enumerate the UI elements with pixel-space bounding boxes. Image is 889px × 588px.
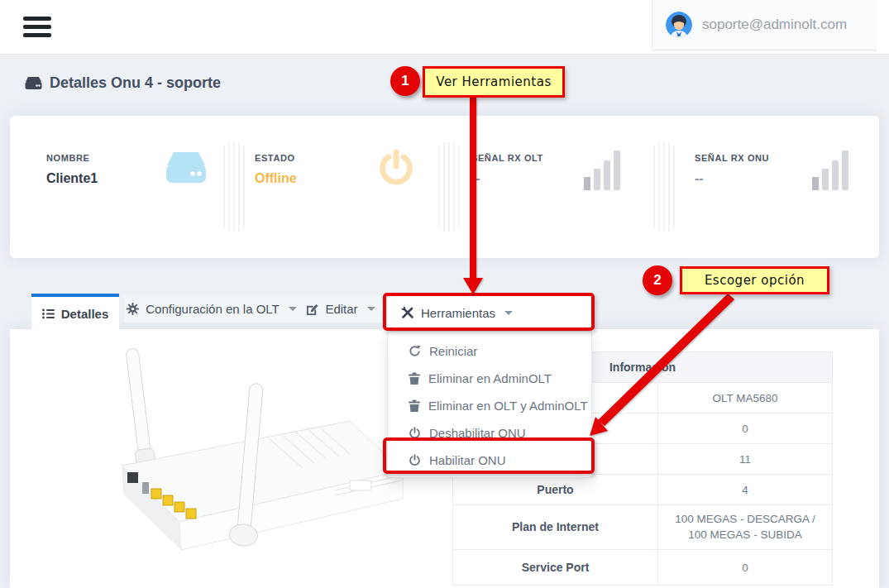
stat-estado: ESTADO Offline [255,153,297,186]
hdd-icon [165,149,207,187]
menu-item-eliminar-olt-y-adminolt[interactable]: Eliminar en OLT y AdminOLT [388,392,591,419]
chevron-down-icon [289,307,297,311]
menu-item-deshabilitar-onu[interactable]: Deshabilitar ONU [388,419,591,447]
signal-bars-icon [812,149,850,192]
menu-item-habilitar-onu[interactable]: Habilitar ONU [388,447,591,474]
top-navbar: soporte@adminolt.com [0,0,889,55]
herramientas-dropdown-menu: Reiniciar Eliminar en AdminOLT Eliminar … [387,331,592,478]
trash-icon [409,399,420,412]
onu-device-image [21,335,409,583]
page-title: Detalles Onu 4 - soporte [25,74,221,92]
power-icon [409,427,421,439]
annotation-step-1-label: Ver Herramientas [423,66,565,98]
hdd-icon [25,76,42,90]
menu-item-reiniciar[interactable]: Reiniciar [388,337,591,365]
user-menu[interactable]: soporte@adminolt.com [652,0,877,50]
chevron-down-icon [504,311,513,315]
arrow-1-head [463,278,483,294]
signal-bars-icon [584,149,622,192]
tab-detalles[interactable]: Detalles [31,294,119,331]
refresh-icon [409,345,421,357]
gear-icon [127,303,139,315]
tools-icon [401,306,414,319]
stat-senal-rx-onu: SEÑAL RX ONU -- [695,153,769,186]
hamburger-menu-icon[interactable] [23,17,51,38]
stat-nombre: NOMBRE Cliente1 [46,153,98,186]
annotation-step-2-label: Escoger opción [680,266,829,294]
edit-icon [306,303,318,315]
annotation-step-1-badge: 1 [390,66,420,96]
stat-senal-rx-olt: SEÑAL RX OLT -- [471,153,543,186]
divider [438,142,460,232]
table-row: Plan de Internet 100 MEGAS - DESCARGA / … [453,505,833,550]
power-icon [377,149,415,187]
tab-configuracion-olt[interactable]: Configuración en la OLT [124,295,299,323]
divider [653,142,675,232]
divider [223,142,245,232]
user-email: soporte@adminolt.com [702,17,847,33]
onu-summary-card: NOMBRE Cliente1 ESTADO Offline SEÑAL RX … [10,116,879,258]
table-row: Service Port 0 [453,550,833,586]
tab-herramientas[interactable]: Herramientas [387,296,592,329]
list-icon [42,308,55,319]
annotation-step-2-badge: 2 [643,265,672,295]
menu-item-eliminar-adminolt[interactable]: Eliminar en AdminOLT [388,365,591,392]
user-avatar [666,12,692,38]
table-row: Puerto 4 [453,475,833,505]
trash-icon [409,372,420,385]
tab-editar[interactable]: Editar [299,295,382,323]
power-icon [409,454,421,466]
chevron-down-icon [367,307,375,311]
